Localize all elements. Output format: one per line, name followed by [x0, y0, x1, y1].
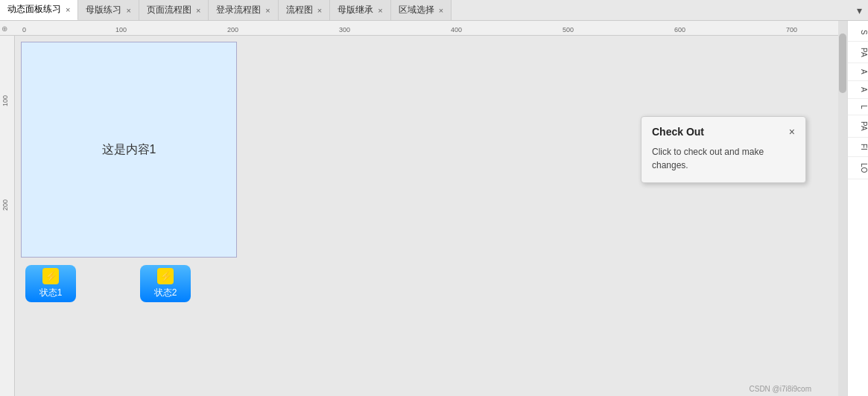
- checkout-popup-header: Check Out ×: [652, 126, 795, 138]
- panel-item-pa1: PA: [848, 42, 868, 64]
- ruler-mark-100: 100: [115, 26, 127, 33]
- tab-母版练习[interactable]: 母版练习 ×: [78, 0, 139, 21]
- tab-close-icon[interactable]: ×: [378, 6, 382, 15]
- ruler-mark-700: 700: [786, 26, 797, 33]
- scrollbar[interactable]: [838, 21, 847, 396]
- lightning2-icon: ⚡: [157, 268, 174, 284]
- panel-item-fi: FI: [848, 138, 868, 157]
- ruler-mark-0: 0: [22, 26, 26, 33]
- tab-close-icon[interactable]: ×: [439, 6, 443, 15]
- tab-母版继承[interactable]: 母版继承 ×: [330, 0, 390, 21]
- panel-item-a1: A: [848, 63, 868, 81]
- tab-区域选择[interactable]: 区域选择 ×: [391, 0, 452, 21]
- tab-close-icon[interactable]: ×: [126, 6, 130, 15]
- right-panel: S PA A A L PA FI LO: [847, 21, 868, 396]
- tab-close-icon[interactable]: ×: [317, 6, 322, 15]
- watermark: CSDN @i7i8i9com: [749, 385, 811, 393]
- ruler-mark-300: 300: [339, 26, 350, 33]
- ruler-mark-400: 400: [451, 26, 462, 33]
- ruler-mark-500: 500: [563, 26, 574, 33]
- lightning1-icon: ⚡: [42, 268, 59, 284]
- ruler-left: 100 200: [0, 36, 15, 396]
- tab-label: 登录流程图: [216, 4, 261, 16]
- tab-页面流程图[interactable]: 页面流程图 ×: [139, 0, 209, 21]
- content-box: 这是内容1: [21, 42, 237, 258]
- tab-label: 区域选择: [399, 4, 434, 16]
- ruler-mark-600: 600: [674, 26, 685, 33]
- scrollbar-thumb[interactable]: [839, 33, 846, 93]
- tab-label: 动态面板练习: [7, 3, 61, 16]
- content-label: 这是内容1: [102, 142, 156, 158]
- state1-button[interactable]: ⚡ 状态1: [25, 265, 76, 302]
- tab-label: 母版练习: [86, 4, 121, 16]
- tab-close-icon[interactable]: ×: [265, 6, 270, 15]
- tab-label: 页面流程图: [147, 4, 191, 16]
- tab-overflow-button[interactable]: ▾: [851, 4, 868, 16]
- main-layout: ⊕ 0 100 200 300 400 500 600 700 100 200 …: [0, 21, 868, 396]
- right-sidebar: S PA A A L PA FI LO: [838, 21, 868, 396]
- tab-动态面板练习[interactable]: 动态面板练习 ×: [0, 0, 78, 21]
- canvas-content: 这是内容1 ⚡ 状态1 ⚡ 状态2 Check Out × Click to c…: [15, 36, 838, 396]
- tab-close-icon[interactable]: ×: [196, 6, 200, 15]
- checkout-close-icon[interactable]: ×: [789, 127, 795, 137]
- canvas-area: ⊕ 0 100 200 300 400 500 600 700 100 200 …: [0, 21, 838, 396]
- ruler-top-inner: ⊕ 0 100 200 300 400 500 600 700: [0, 21, 838, 35]
- state2-label: 状态2: [154, 287, 177, 299]
- tab-label: 流程图: [286, 4, 313, 16]
- panel-item-l: L: [848, 99, 868, 116]
- state2-button[interactable]: ⚡ 状态2: [140, 265, 191, 302]
- tab-登录流程图[interactable]: 登录流程图 ×: [209, 0, 278, 21]
- panel-item-pa2: PA: [848, 115, 868, 138]
- tab-close-icon[interactable]: ×: [66, 5, 70, 14]
- state1-label: 状态1: [39, 287, 63, 299]
- ruler-mark-left-200: 200: [1, 199, 9, 211]
- ruler-top: ⊕ 0 100 200 300 400 500 600 700: [0, 21, 838, 36]
- checkout-popup: Check Out × Click to check out and make …: [641, 116, 806, 183]
- ruler-cross-icon: ⊕: [1, 25, 7, 33]
- tab-label: 母版继承: [338, 4, 373, 16]
- tab-bar: 动态面板练习 × 母版练习 × 页面流程图 × 登录流程图 × 流程图 × 母版…: [0, 0, 868, 21]
- checkout-body: Click to check out and make changes.: [652, 145, 795, 172]
- ruler-mark-left-100: 100: [1, 95, 9, 106]
- ruler-mark-200: 200: [227, 26, 238, 33]
- panel-item-a2: A: [848, 81, 868, 99]
- panel-item-lo: LO: [848, 157, 868, 179]
- checkout-title: Check Out: [652, 126, 704, 138]
- panel-item-s: S: [848, 24, 868, 42]
- tab-流程图[interactable]: 流程图 ×: [279, 0, 330, 21]
